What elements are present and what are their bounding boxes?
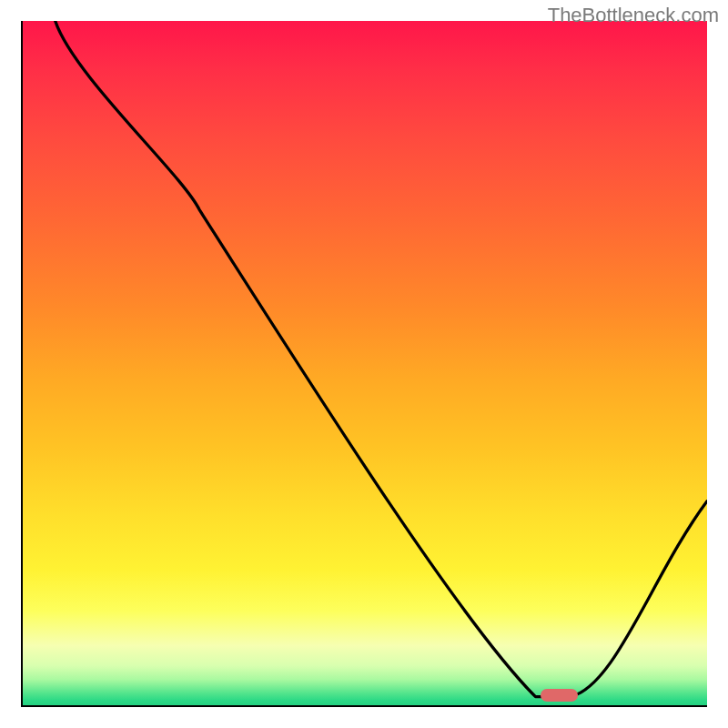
watermark-text: TheBottleneck.com (548, 4, 719, 27)
chart-plot-area (21, 21, 707, 707)
bottleneck-heatmap-background (21, 21, 707, 707)
optimal-point-marker (541, 689, 578, 702)
